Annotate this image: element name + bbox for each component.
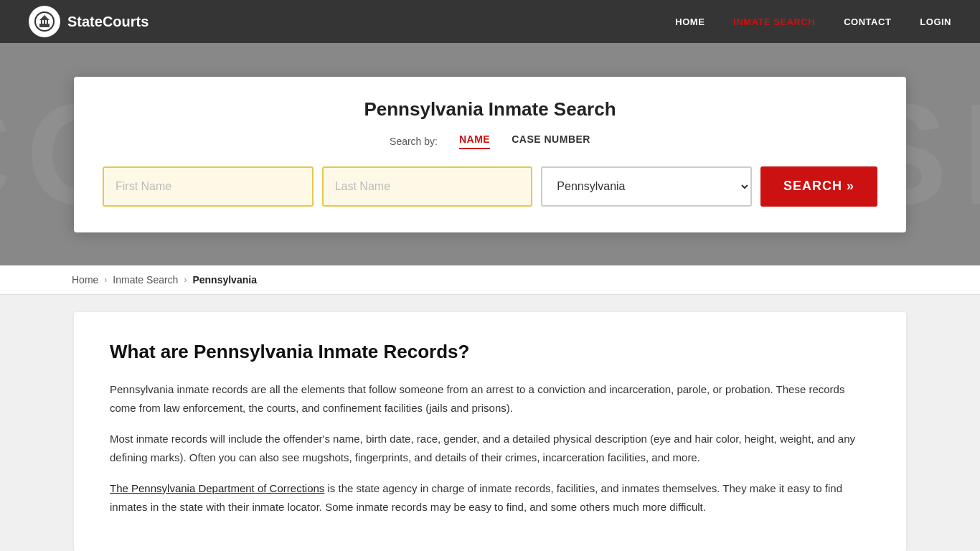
search-by-label: Search by: [390, 136, 438, 147]
nav-list: HOME INMATE SEARCH CONTACT LOGIN [675, 15, 951, 28]
search-inputs-row: PennsylvaniaAlabamaAlaskaArizonaArkansas… [103, 166, 877, 207]
logo-icon [29, 6, 60, 37]
svg-marker-5 [39, 15, 50, 20]
breadcrumb: Home › Inmate Search › Pennsylvania [0, 265, 980, 295]
hero-banner: COURTHOUSE Pennsylvania Inmate Search Se… [0, 43, 980, 265]
breadcrumb-sep-2: › [184, 275, 187, 285]
courthouse-icon [34, 11, 55, 32]
content-paragraph-1: Pennsylvania inmate records are all the … [110, 380, 870, 417]
nav-item-login[interactable]: LOGIN [920, 15, 951, 28]
nav-link-contact[interactable]: CONTACT [844, 17, 891, 27]
logo-text: StateCourts [67, 14, 149, 30]
search-card-title: Pennsylvania Inmate Search [103, 98, 877, 121]
last-name-input[interactable] [322, 166, 533, 207]
breadcrumb-home[interactable]: Home [72, 274, 98, 286]
nav-item-contact[interactable]: CONTACT [844, 15, 891, 28]
nav-link-login[interactable]: LOGIN [920, 17, 951, 27]
nav-item-inmate-search[interactable]: INMATE SEARCH [733, 15, 815, 28]
nav-link-home[interactable]: HOME [675, 17, 705, 27]
breadcrumb-current: Pennsylvania [192, 274, 257, 286]
search-card: Pennsylvania Inmate Search Search by: NA… [74, 77, 906, 232]
main-nav: HOME INMATE SEARCH CONTACT LOGIN [675, 15, 951, 28]
state-select[interactable]: PennsylvaniaAlabamaAlaskaArizonaArkansas… [541, 166, 752, 207]
search-button[interactable]: SEARCH » [760, 166, 877, 207]
tab-case-number[interactable]: CASE NUMBER [512, 133, 590, 149]
first-name-input[interactable] [103, 166, 314, 207]
breadcrumb-sep-1: › [104, 275, 107, 285]
logo-link[interactable]: StateCourts [29, 6, 149, 37]
svg-rect-4 [47, 20, 48, 24]
content-paragraph-3: The Pennsylvania Department of Correctio… [110, 479, 870, 516]
dept-corrections-link[interactable]: The Pennsylvania Department of Correctio… [110, 482, 324, 494]
search-tabs: Search by: NAME CASE NUMBER [103, 133, 877, 149]
nav-item-home[interactable]: HOME [675, 15, 705, 28]
content-paragraph-2: Most inmate records will include the off… [110, 430, 870, 466]
nav-link-inmate-search[interactable]: INMATE SEARCH [733, 17, 815, 27]
header: StateCourts HOME INMATE SEARCH CONTACT L… [0, 0, 980, 43]
svg-rect-3 [44, 20, 45, 24]
content-heading: What are Pennsylvania Inmate Records? [110, 341, 870, 363]
svg-rect-2 [41, 20, 42, 24]
content-section: What are Pennsylvania Inmate Records? Pe… [74, 312, 906, 551]
breadcrumb-inmate-search[interactable]: Inmate Search [113, 274, 178, 286]
tab-name[interactable]: NAME [459, 133, 490, 149]
